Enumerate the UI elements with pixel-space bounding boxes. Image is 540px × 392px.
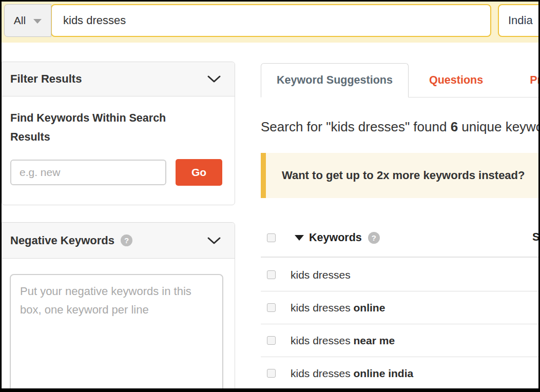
- help-icon[interactable]: ?: [368, 232, 380, 244]
- keyword-bold: near me: [354, 335, 395, 346]
- tab-bar: Keyword Suggestions Questions Prepositio…: [261, 63, 538, 97]
- negative-keywords-panel: Negative Keywords ?: [2, 222, 235, 388]
- keyword-base: kids dresses: [291, 367, 354, 379]
- promo-banner-text: Want to get up to 2x more keywords inste…: [266, 169, 525, 182]
- table-header: Keywords ? Search Volume: [261, 219, 538, 258]
- country-selector[interactable]: India: [498, 4, 538, 37]
- sort-desc-icon[interactable]: [295, 235, 304, 241]
- search-volume-column-header[interactable]: Search Volume: [532, 231, 538, 244]
- keyword-base: kids dresses: [291, 269, 351, 281]
- find-keywords-input[interactable]: [10, 160, 166, 185]
- table-row[interactable]: kids dresses: [261, 259, 538, 291]
- filter-results-header[interactable]: Filter Results: [2, 62, 235, 96]
- help-icon[interactable]: ?: [121, 234, 132, 246]
- keyword-base: kids dresses: [291, 335, 354, 346]
- negative-keywords-header[interactable]: Negative Keywords ?: [2, 223, 235, 259]
- negative-keywords-title: Negative Keywords: [10, 234, 114, 247]
- tab-prepositions[interactable]: Prepositions: [530, 63, 538, 97]
- filter-results-title: Filter Results: [10, 72, 82, 86]
- tab-questions[interactable]: Questions: [429, 63, 483, 97]
- caret-down-icon: [33, 19, 42, 24]
- result-count: 6: [451, 119, 458, 134]
- row-checkbox[interactable]: [267, 303, 276, 312]
- result-summary-suffix: unique keywords: [458, 119, 538, 134]
- select-all-checkbox[interactable]: [267, 233, 276, 242]
- keyword-text: kids dresses: [291, 269, 351, 281]
- top-search-bar: All India: [2, 2, 538, 43]
- chevron-down-icon[interactable]: [207, 236, 221, 245]
- filter-results-panel: Filter Results Find Keywords Within Sear…: [2, 62, 235, 205]
- find-keywords-row: Go: [10, 159, 226, 186]
- go-button[interactable]: Go: [176, 159, 222, 186]
- row-checkbox[interactable]: [267, 270, 276, 279]
- find-keywords-heading: Find Keywords Within Search Results: [10, 109, 201, 147]
- promo-banner[interactable]: Want to get up to 2x more keywords inste…: [261, 153, 538, 198]
- keyword-text: kids dresses near me: [291, 335, 395, 347]
- result-summary: Search for "kids dresses" found 6 unique…: [261, 119, 538, 135]
- filter-results-body: Find Keywords Within Search Results Go: [2, 109, 235, 186]
- search-input[interactable]: [51, 4, 491, 37]
- row-checkbox[interactable]: [267, 369, 276, 378]
- page: All India Filter Results Find Keywords W…: [2, 2, 538, 388]
- keyword-text: kids dresses online india: [291, 367, 413, 380]
- result-summary-prefix: Search for "kids dresses" found: [261, 119, 451, 134]
- country-selector-label: India: [508, 14, 533, 27]
- table-row[interactable]: kids dresses online india: [261, 357, 538, 388]
- category-dropdown-label: All: [14, 14, 26, 27]
- keyword-bold: online india: [354, 367, 414, 379]
- tab-keyword-suggestions[interactable]: Keyword Suggestions: [261, 63, 409, 97]
- negative-keywords-textarea[interactable]: [10, 274, 223, 388]
- keywords-column-header[interactable]: Keywords: [309, 231, 362, 244]
- keyword-text: kids dresses online: [291, 302, 385, 314]
- table-row[interactable]: kids dresses near me: [261, 324, 538, 357]
- tab-keyword-suggestions-label: Keyword Suggestions: [277, 74, 393, 87]
- chevron-down-icon[interactable]: [207, 74, 221, 84]
- table-row[interactable]: kids dresses online: [261, 291, 538, 324]
- row-checkbox[interactable]: [267, 336, 276, 345]
- keyword-bold: online: [354, 302, 385, 313]
- category-dropdown[interactable]: All: [4, 4, 51, 37]
- keyword-base: kids dresses: [291, 302, 354, 313]
- keyword-table-body: kids dresses kids dresses online kids dr…: [261, 259, 538, 388]
